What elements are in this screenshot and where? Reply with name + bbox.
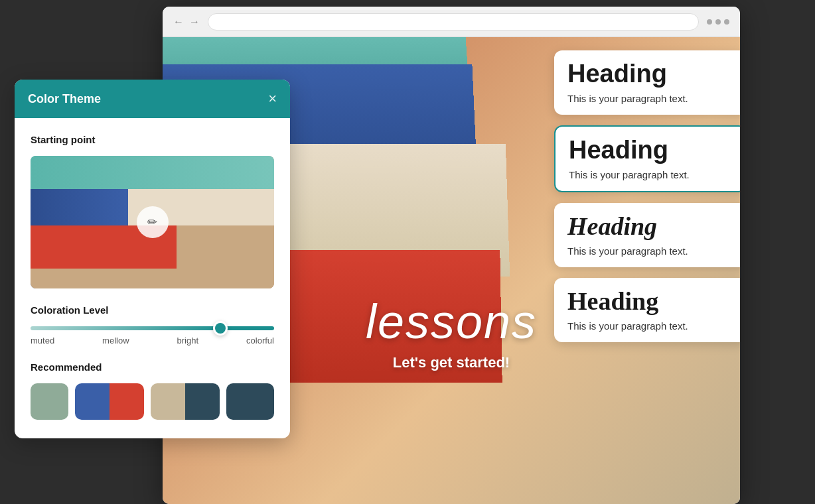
browser-dots (707, 19, 729, 25)
slider-thumb[interactable] (213, 321, 228, 336)
dot-3 (724, 19, 729, 25)
font-card-4-heading: Heading (567, 288, 733, 314)
panel-header: Color Theme × (15, 80, 290, 118)
font-card-1-paragraph: This is your paragraph text. (567, 92, 733, 105)
pencil-icon: ✏ (147, 215, 157, 229)
color-theme-panel: Color Theme × Starting point ✏ (15, 80, 290, 438)
hero-title: lessons (366, 294, 537, 349)
swatch-sage[interactable] (31, 383, 68, 420)
slider-container: muted mellow bright colorful (31, 326, 274, 346)
swatch-segment-red (110, 383, 144, 420)
starting-point-label: Starting point (31, 134, 274, 145)
dot-1 (707, 19, 712, 25)
panel-close-button[interactable]: × (268, 90, 277, 107)
swatch-dark-navy[interactable] (226, 383, 274, 420)
hero-subtitle: Let's get started! (366, 354, 537, 371)
color-swatches (31, 383, 274, 420)
swatch-segment-tan (151, 383, 185, 420)
hero-text: lessons Let's get started! (366, 294, 537, 371)
font-card-2[interactable]: Heading This is your paragraph text. (554, 125, 740, 192)
swatch-segment-blue (75, 383, 110, 420)
swatch-segment-navy (185, 383, 220, 420)
font-card-4[interactable]: Heading This is your paragraph text. (554, 278, 740, 342)
thumb-beige (31, 269, 274, 288)
font-card-3[interactable]: Heading This is your paragraph text. (554, 203, 740, 267)
dot-2 (715, 19, 721, 25)
font-card-3-heading: Heading (567, 214, 733, 239)
slider-label-colorful: colorful (246, 336, 274, 346)
slider-label-bright: bright (177, 336, 199, 346)
panel-title: Color Theme (28, 92, 101, 106)
font-cards-container: Heading This is your paragraph text. Hea… (554, 50, 740, 342)
font-card-2-heading: Heading (569, 137, 732, 162)
thumbnail-container: ✏ (31, 156, 274, 288)
slider-label-muted: muted (31, 336, 54, 346)
slider-track[interactable] (31, 326, 274, 330)
slider-labels: muted mellow bright colorful (31, 336, 274, 346)
swatch-tan-navy[interactable] (151, 383, 220, 420)
font-card-3-paragraph: This is your paragraph text. (567, 244, 733, 258)
page-background: ← → lessons Let's get started! (0, 0, 815, 504)
font-card-2-paragraph: This is your paragraph text. (569, 168, 732, 182)
recommended-label: Recommended (31, 361, 274, 373)
coloration-section: Coloration Level muted mellow bright col… (31, 304, 274, 346)
font-card-4-paragraph: This is your paragraph text. (567, 319, 733, 333)
browser-toolbar: ← → (163, 7, 740, 37)
recommended-section: Recommended (31, 361, 274, 420)
swatch-blue-red[interactable] (75, 383, 144, 420)
thumb-teal (31, 156, 274, 189)
nav-forward-icon[interactable]: → (189, 16, 200, 28)
nav-back-icon[interactable]: ← (173, 16, 184, 28)
slider-label-mellow: mellow (102, 336, 129, 346)
thumbnail-edit-button[interactable]: ✏ (137, 206, 169, 238)
font-card-1[interactable]: Heading This is your paragraph text. (554, 50, 740, 115)
browser-nav[interactable]: ← → (173, 16, 200, 28)
browser-address-bar[interactable] (208, 13, 699, 31)
coloration-label: Coloration Level (31, 304, 274, 316)
panel-body: Starting point ✏ Coloration Level (15, 118, 290, 438)
starting-point-section: Starting point ✏ (31, 134, 274, 288)
font-card-1-heading: Heading (567, 61, 733, 86)
